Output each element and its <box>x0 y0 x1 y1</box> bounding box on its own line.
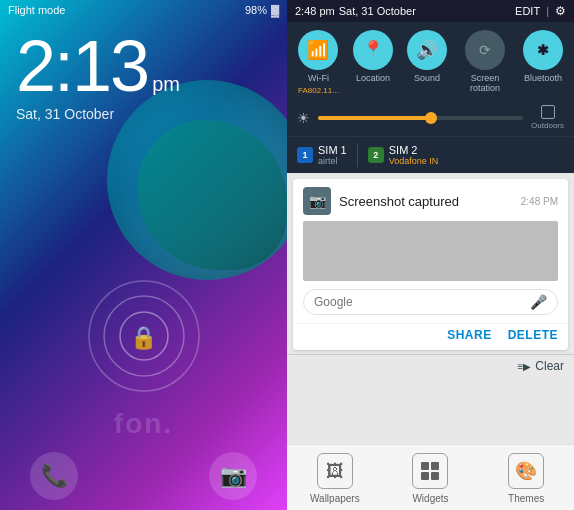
flight-mode-label: Flight mode <box>8 4 65 16</box>
watermark: fon. <box>114 408 173 440</box>
themes-label: Themes <box>508 493 544 504</box>
camera-app-icon[interactable]: 📷 <box>209 452 257 500</box>
dock-widgets[interactable]: Widgets <box>400 453 460 504</box>
lock-icon-area: 🔒 <box>84 276 204 400</box>
notif-date: Sat, 31 October <box>339 5 416 17</box>
notif-timestamp: 2:48 PM <box>521 196 558 207</box>
lock-ampm: pm <box>152 73 180 96</box>
clear-bar: ≡▶ Clear <box>287 354 574 377</box>
microphone-icon[interactable]: 🎤 <box>530 294 547 310</box>
toggle-location[interactable]: 📍 Location <box>353 30 393 95</box>
screenshot-icon: 📷 <box>309 193 326 209</box>
sound-label: Sound <box>414 73 440 83</box>
sim-divider <box>357 143 358 167</box>
screen-rotation-toggle-circle: ⟳ <box>465 30 505 70</box>
clear-button[interactable]: ≡▶ Clear <box>517 359 564 373</box>
brightness-icon: ☀ <box>297 110 310 126</box>
notif-title: Screenshot captured <box>339 194 513 209</box>
lock-date: Sat, 31 October <box>16 106 180 122</box>
lock-icon: 🔒 <box>130 325 157 351</box>
brightness-fill <box>318 116 431 120</box>
sound-icon: 🔊 <box>416 39 438 61</box>
brightness-row: ☀ Outdoors <box>287 101 574 136</box>
share-button[interactable]: SHARE <box>447 328 492 342</box>
sim2-carrier: Vodafone IN <box>389 156 439 166</box>
brightness-thumb <box>425 112 437 124</box>
outdoors-icon <box>541 105 555 119</box>
sim1-name: SIM 1 <box>318 144 347 156</box>
bottom-dock: 🖼 Wallpapers Widgets 🎨 Themes <box>287 444 574 510</box>
dock-themes[interactable]: 🎨 Themes <box>496 453 556 504</box>
wifi-toggle-circle: 📶 <box>298 30 338 70</box>
google-placeholder: Google <box>314 295 524 309</box>
screenshot-notification-card[interactable]: 📷 Screenshot captured 2:48 PM Google 🎤 S… <box>293 179 568 350</box>
clear-label: Clear <box>535 359 564 373</box>
battery-percent: 98% <box>245 4 267 16</box>
camera-icon: 📷 <box>220 463 247 489</box>
toggle-sound[interactable]: 🔊 Sound <box>407 30 447 95</box>
toggle-bluetooth[interactable]: ✱ Bluetooth <box>523 30 563 95</box>
phone-app-icon[interactable]: 📞 <box>30 452 78 500</box>
location-toggle-circle: 📍 <box>353 30 393 70</box>
svg-rect-6 <box>431 472 439 480</box>
location-icon: 📍 <box>362 39 384 61</box>
sim2-badge: 2 <box>368 147 384 163</box>
bluetooth-toggle-circle: ✱ <box>523 30 563 70</box>
notif-app-icon: 📷 <box>303 187 331 215</box>
svg-rect-5 <box>421 472 429 480</box>
lock-status-right: 98% ▓ <box>245 4 279 16</box>
sim1-info: SIM 1 airtel <box>318 144 347 166</box>
lock-time: 2:13 pm Sat, 31 October <box>16 30 180 122</box>
lock-screen: Flight mode 98% ▓ 2:13 pm Sat, 31 Octobe… <box>0 0 287 510</box>
settings-icon[interactable]: ⚙ <box>555 4 566 18</box>
outdoors-button[interactable]: Outdoors <box>531 105 564 130</box>
notif-card-header: 📷 Screenshot captured 2:48 PM <box>293 179 568 221</box>
sim1-item[interactable]: 1 SIM 1 airtel <box>297 144 347 166</box>
wallpapers-icon: 🖼 <box>317 453 353 489</box>
wifi-icon: 📶 <box>307 39 329 61</box>
notif-time: 2:48 pm <box>295 5 335 17</box>
svg-rect-4 <box>431 462 439 470</box>
status-separator: | <box>546 5 549 17</box>
svg-rect-3 <box>421 462 429 470</box>
notif-status-right: EDIT | ⚙ <box>515 4 566 18</box>
sim2-name: SIM 2 <box>389 144 439 156</box>
clear-icon: ≡▶ <box>517 361 531 372</box>
bottom-app-row: 📞 📷 <box>0 452 287 500</box>
battery-icon: ▓ <box>271 4 279 16</box>
lock-status-bar: Flight mode 98% ▓ <box>0 0 287 20</box>
sim2-item[interactable]: 2 SIM 2 Vodafone IN <box>368 144 439 166</box>
quick-toggles-row: 📶 Wi-Fi FA802.11... 📍 Location 🔊 Sound ⟳… <box>287 22 574 101</box>
bluetooth-icon: ✱ <box>537 42 549 58</box>
widgets-label: Widgets <box>412 493 448 504</box>
notification-area: 📷 Screenshot captured 2:48 PM Google 🎤 S… <box>287 173 574 444</box>
phone-icon: 📞 <box>41 463 68 489</box>
delete-button[interactable]: DELETE <box>508 328 558 342</box>
lock-hour: 2:13 <box>16 30 148 102</box>
themes-icon: 🎨 <box>508 453 544 489</box>
screen-rotation-icon: ⟳ <box>479 42 491 58</box>
sim-row: 1 SIM 1 airtel 2 SIM 2 Vodafone IN <box>287 136 574 173</box>
sim1-carrier: airtel <box>318 156 347 166</box>
widgets-icon <box>412 453 448 489</box>
notification-panel: 2:48 pm Sat, 31 October EDIT | ⚙ 📶 Wi-Fi… <box>287 0 574 510</box>
outdoors-label: Outdoors <box>531 121 564 130</box>
toggle-screen-rotation[interactable]: ⟳ Screen rotation <box>461 30 509 95</box>
brightness-bar[interactable] <box>318 116 523 120</box>
wifi-label: Wi-Fi <box>308 73 329 83</box>
bluetooth-label: Bluetooth <box>524 73 562 83</box>
dock-wallpapers[interactable]: 🖼 Wallpapers <box>305 453 365 504</box>
wifi-sublabel: FA802.11... <box>298 86 339 95</box>
toggle-wifi[interactable]: 📶 Wi-Fi FA802.11... <box>298 30 339 95</box>
wallpapers-label: Wallpapers <box>310 493 360 504</box>
location-label: Location <box>356 73 390 83</box>
sim1-badge: 1 <box>297 147 313 163</box>
screen-rotation-label: Screen rotation <box>461 73 509 93</box>
sound-toggle-circle: 🔊 <box>407 30 447 70</box>
edit-button[interactable]: EDIT <box>515 5 540 17</box>
screenshot-preview <box>303 221 558 281</box>
notif-status-bar: 2:48 pm Sat, 31 October EDIT | ⚙ <box>287 0 574 22</box>
google-search-bar[interactable]: Google 🎤 <box>303 289 558 315</box>
sim2-info: SIM 2 Vodafone IN <box>389 144 439 166</box>
notif-actions: SHARE DELETE <box>293 323 568 350</box>
